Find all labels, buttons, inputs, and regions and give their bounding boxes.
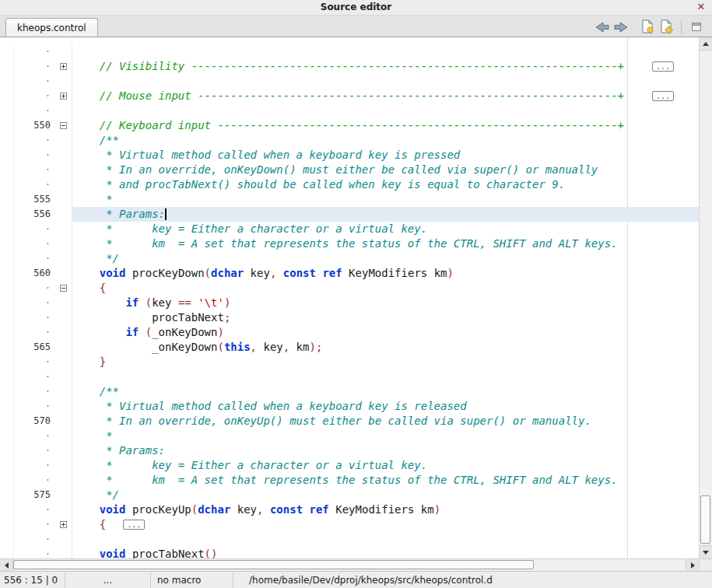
code-line[interactable]: · <box>0 532 699 547</box>
code-text[interactable]: * Params: <box>72 207 699 222</box>
code-line[interactable]: 575 */ <box>0 488 699 502</box>
code-text[interactable]: } <box>72 355 699 369</box>
horizontal-scrollbar-thumb[interactable] <box>13 560 534 569</box>
code-token <box>139 326 145 338</box>
code-text[interactable]: * and procTabNext() should be called whe… <box>72 177 699 192</box>
code-line[interactable]: · // Visibility ------------------------… <box>0 59 699 74</box>
code-line[interactable]: · */ <box>0 251 699 266</box>
code-text[interactable]: */ <box>72 488 699 502</box>
code-text[interactable]: * key = Either a character or a virtual … <box>72 222 699 236</box>
code-line[interactable]: · /** <box>0 133 699 148</box>
detach-button[interactable] <box>687 19 706 35</box>
code-text[interactable] <box>72 103 699 118</box>
scroll-left-button[interactable] <box>0 559 13 571</box>
fold-marker[interactable] <box>60 521 67 528</box>
folded-code-ellipsis[interactable]: ... <box>652 61 674 72</box>
code-line[interactable]: · * key = Either a character or a virtua… <box>0 222 699 236</box>
go-forward-button[interactable] <box>612 19 630 35</box>
code-line[interactable]: · void procTabNext() <box>0 547 699 558</box>
code-text[interactable]: if (key == '\t') <box>72 296 699 310</box>
close-button[interactable]: ✕ <box>695 1 707 13</box>
tab-kheops-control[interactable]: kheops.control <box>5 18 98 37</box>
fold-marker[interactable] <box>60 93 67 100</box>
code-line[interactable]: · * km = A set that represents the statu… <box>0 236 699 251</box>
fold-gutter <box>55 369 72 384</box>
horizontal-scrollbar[interactable] <box>0 558 712 571</box>
fold-marker[interactable] <box>60 63 67 70</box>
scroll-up-button[interactable] <box>700 37 712 51</box>
folded-code-ellipsis[interactable]: ... <box>652 91 674 101</box>
code-line[interactable]: 555 * <box>0 192 699 207</box>
code-text[interactable]: // Visibility --------------------------… <box>72 59 699 74</box>
code-line[interactable]: · <box>0 369 699 384</box>
folded-code-ellipsis[interactable]: ... <box>123 520 145 530</box>
code-text[interactable]: {... <box>72 517 699 532</box>
gutter-marks <box>0 310 14 325</box>
vertical-scrollbar[interactable] <box>699 37 712 558</box>
code-text[interactable]: * <box>72 192 699 207</box>
code-text[interactable]: // Mouse input -------------------------… <box>72 89 699 103</box>
document-edit-button[interactable] <box>638 19 657 35</box>
code-text[interactable]: * key = Either a character or a virtual … <box>72 458 699 473</box>
code-text[interactable]: void procTabNext() <box>72 547 699 558</box>
code-line[interactable]: 550 // Keyboard input ------------------… <box>0 118 699 133</box>
code-text[interactable] <box>72 369 699 384</box>
code-text[interactable] <box>72 74 699 89</box>
code-text[interactable]: _onKeyDown(this, key, km); <box>72 340 699 355</box>
code-line[interactable]: · * Virtual method called when a keyboar… <box>0 148 699 163</box>
code-text[interactable]: /** <box>72 133 699 148</box>
code-text[interactable]: void procKeyDown(dchar key, const ref Ke… <box>72 266 699 281</box>
code-line[interactable]: 570 * In an override, onKeyUp() must eit… <box>0 414 699 429</box>
line-number: · <box>14 148 55 163</box>
code-line[interactable]: · * km = A set that represents the statu… <box>0 473 699 488</box>
code-line[interactable]: · <box>0 44 699 59</box>
code-text[interactable]: * Virtual method called when a keyboard … <box>72 148 699 163</box>
code-text[interactable]: * km = A set that represents the status … <box>72 236 699 251</box>
code-line[interactable]: · // Mouse input -----------------------… <box>0 89 699 103</box>
code-text[interactable]: * <box>72 429 699 443</box>
code-line[interactable]: · * Params: <box>0 443 699 458</box>
code-line[interactable]: 560 void procKeyDown(dchar key, const re… <box>0 266 699 281</box>
code-text[interactable]: void procKeyUp(dchar key, const ref KeyM… <box>72 502 699 517</box>
document-edit-alt-button[interactable] <box>657 19 675 35</box>
code-text[interactable]: if (_onKeyDown) <box>72 325 699 340</box>
fold-marker[interactable] <box>60 122 67 129</box>
code-line[interactable]: 565 _onKeyDown(this, key, km); <box>0 340 699 355</box>
code-text[interactable]: /** <box>72 384 699 399</box>
scroll-down-button[interactable] <box>700 545 712 558</box>
code-text[interactable]: * In an override, onKeyDown() must eithe… <box>72 163 699 177</box>
code-text[interactable] <box>72 532 699 547</box>
code-text[interactable]: */ <box>72 251 699 266</box>
code-line[interactable]: · * In an override, onKeyDown() must eit… <box>0 163 699 177</box>
code-line[interactable]: · <box>0 103 699 118</box>
code-text[interactable]: { <box>72 281 699 296</box>
line-number: · <box>14 399 55 414</box>
code-line[interactable]: · * key = Either a character or a virtua… <box>0 458 699 473</box>
code-text[interactable]: * Virtual method called when a keyboard … <box>72 399 699 414</box>
code-line[interactable]: · * and procTabNext() should be called w… <box>0 177 699 192</box>
code-editor[interactable]: ·· // Visibility -----------------------… <box>0 37 699 558</box>
code-line[interactable]: · if (key == '\t') <box>0 296 699 310</box>
code-text[interactable]: procTabNext; <box>72 310 699 325</box>
code-line[interactable]: · {... <box>0 517 699 532</box>
code-line[interactable]: · { <box>0 281 699 296</box>
code-line[interactable]: · * Virtual method called when a keyboar… <box>0 399 699 414</box>
code-line[interactable]: · /** <box>0 384 699 399</box>
horizontal-scrollbar-track[interactable] <box>13 559 686 571</box>
go-back-button[interactable] <box>593 19 612 35</box>
vertical-scrollbar-thumb[interactable] <box>700 495 710 544</box>
code-text[interactable]: * Params: <box>72 443 699 458</box>
code-line[interactable]: · } <box>0 355 699 369</box>
code-text[interactable]: // Keyboard input ----------------------… <box>72 118 699 133</box>
code-line[interactable]: 556 * Params: <box>0 207 699 222</box>
code-text[interactable]: * In an override, onKeyUp() must either … <box>72 414 699 429</box>
code-text[interactable]: * km = A set that represents the status … <box>72 473 699 488</box>
fold-marker[interactable] <box>60 285 67 292</box>
code-line[interactable]: · if (_onKeyDown) <box>0 325 699 340</box>
code-line[interactable]: · <box>0 74 699 89</box>
code-line[interactable]: · void procKeyUp(dchar key, const ref Ke… <box>0 502 699 517</box>
code-line[interactable]: · procTabNext; <box>0 310 699 325</box>
code-text[interactable] <box>72 44 699 59</box>
code-line[interactable]: · * <box>0 429 699 443</box>
scroll-right-button[interactable] <box>686 559 699 571</box>
